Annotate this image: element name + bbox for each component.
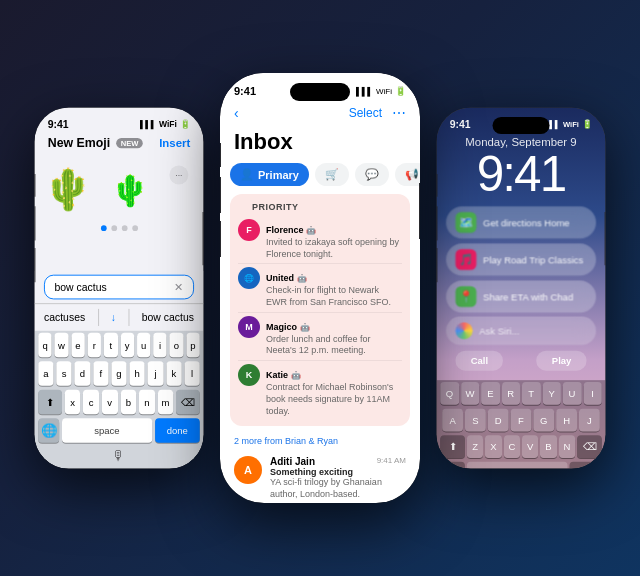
lock-key-space[interactable]: space: [467, 462, 568, 469]
lock-key-v[interactable]: V: [522, 435, 538, 458]
key-f[interactable]: f: [93, 361, 108, 386]
emoji-pagination-dots: [100, 225, 137, 231]
tab-social[interactable]: 💬: [355, 163, 389, 186]
key-k[interactable]: k: [166, 361, 181, 386]
lock-key-c[interactable]: C: [504, 435, 520, 458]
tab-primary-icon: 👤: [240, 168, 254, 181]
mic-icon[interactable]: 🎙: [112, 448, 125, 463]
gmail-back-button[interactable]: ‹: [234, 105, 239, 121]
lock-key-t[interactable]: T: [522, 382, 541, 405]
lock-key-g[interactable]: G: [533, 409, 554, 432]
key-j[interactable]: j: [148, 361, 163, 386]
lock-key-y[interactable]: Y: [542, 382, 561, 405]
search-clear-button[interactable]: ✕: [174, 280, 184, 293]
gmail-select-button[interactable]: Select: [349, 106, 382, 120]
key-g[interactable]: g: [111, 361, 126, 386]
key-s[interactable]: s: [57, 361, 72, 386]
lock-key-s[interactable]: S: [465, 409, 486, 432]
call-button[interactable]: Call: [455, 351, 503, 371]
emoji-header: New Emoji NEW Insert: [34, 132, 203, 156]
emoji-cactus-1[interactable]: 🌵: [42, 164, 94, 216]
key-shift[interactable]: ⬆: [38, 390, 62, 415]
priority-email-katie[interactable]: K Katie 🤖 Contract for Michael Robinson'…: [238, 361, 402, 420]
key-t[interactable]: t: [104, 333, 118, 358]
key-y[interactable]: y: [120, 333, 134, 358]
tab-primary[interactable]: 👤 Primary: [230, 163, 309, 186]
lock-key-f[interactable]: F: [511, 409, 532, 432]
key-e[interactable]: e: [71, 333, 85, 358]
key-delete[interactable]: ⌫: [176, 390, 200, 415]
key-o[interactable]: o: [170, 333, 184, 358]
key-m[interactable]: m: [158, 390, 174, 415]
magico-content: Magico 🤖 Order lunch and coffee for Neet…: [266, 316, 402, 357]
suggestion-music[interactable]: 🎵 Play Road Trip Classics: [446, 243, 596, 275]
key-l[interactable]: l: [184, 361, 199, 386]
key-q[interactable]: q: [38, 333, 52, 358]
key-a[interactable]: a: [38, 361, 53, 386]
tab-promotions[interactable]: 📢: [395, 163, 420, 186]
key-u[interactable]: u: [137, 333, 151, 358]
suggestion-directions[interactable]: 🗺️ Get directions Home: [446, 206, 596, 238]
inbox-title: Inbox: [220, 129, 420, 163]
priority-email-united[interactable]: 🌐 United 🤖 Check-in for flight to Newark…: [238, 264, 402, 312]
gmail-more-button[interactable]: ⋯: [392, 105, 406, 121]
key-i[interactable]: i: [153, 333, 167, 358]
key-h[interactable]: h: [130, 361, 145, 386]
key-b[interactable]: b: [120, 390, 136, 415]
lock-key-u[interactable]: U: [563, 382, 582, 405]
key-x[interactable]: x: [65, 390, 81, 415]
lock-key-n[interactable]: N: [559, 435, 575, 458]
lock-key-w[interactable]: W: [461, 382, 480, 405]
key-emoji[interactable]: 🌐: [38, 418, 59, 443]
key-r[interactable]: r: [88, 333, 102, 358]
aditi-time: 9:41 AM: [377, 456, 406, 467]
autocomplete-word-3[interactable]: bow cactus: [142, 312, 194, 323]
lock-key-h[interactable]: H: [556, 409, 577, 432]
key-v[interactable]: v: [102, 390, 118, 415]
florence-preview: Invited to izakaya soft opening by Flore…: [266, 237, 402, 260]
lock-key-return[interactable]: return: [569, 462, 601, 469]
email-aditi[interactable]: A Aditi Jain 9:41 AM Something exciting …: [220, 450, 420, 503]
lock-key-123[interactable]: 123: [440, 462, 465, 469]
lock-key-e[interactable]: E: [481, 382, 500, 405]
lock-key-b[interactable]: B: [540, 435, 556, 458]
autocomplete-word-1[interactable]: cactuses: [44, 312, 85, 323]
lock-key-r[interactable]: R: [502, 382, 521, 405]
key-c[interactable]: c: [83, 390, 99, 415]
lock-key-d[interactable]: D: [488, 409, 509, 432]
key-d[interactable]: d: [75, 361, 90, 386]
play-button[interactable]: Play: [537, 351, 587, 371]
dot-4: [132, 225, 138, 231]
priority-email-magico[interactable]: M Magico 🤖 Order lunch and coffee for Ne…: [238, 313, 402, 361]
lock-key-x[interactable]: X: [485, 435, 501, 458]
keyboard-row-1: q w e r t y u i o p: [34, 331, 203, 360]
status-time-right: 9:41: [450, 119, 471, 130]
key-n[interactable]: n: [139, 390, 155, 415]
phone-right: 9:41 ▌▌▌ WiFi 🔋 Monday, September 9 9:41…: [436, 108, 605, 469]
siri-pill[interactable]: Ask Siri...: [446, 317, 596, 346]
lock-key-delete[interactable]: ⌫: [577, 435, 602, 458]
search-input-box[interactable]: bow cactus ✕: [44, 275, 194, 300]
lock-key-a[interactable]: A: [442, 409, 463, 432]
emoji-row-container: 🌵 🌵 ···: [42, 164, 196, 222]
aditi-sender: Aditi Jain: [270, 456, 315, 467]
key-w[interactable]: w: [55, 333, 69, 358]
autocomplete-word-2[interactable]: ↓: [111, 312, 116, 323]
priority-email-florence[interactable]: F Florence 🤖 Invited to izakaya soft ope…: [238, 216, 402, 264]
key-done[interactable]: done: [155, 418, 200, 443]
insert-button[interactable]: Insert: [159, 136, 190, 149]
lock-key-z[interactable]: Z: [467, 435, 483, 458]
emoji-cactus-2[interactable]: 🌵: [104, 164, 156, 216]
lock-key-j[interactable]: J: [579, 409, 600, 432]
katie-content: Katie 🤖 Contract for Michael Robinson's …: [266, 364, 402, 417]
key-p[interactable]: p: [186, 333, 200, 358]
lock-key-i[interactable]: I: [583, 382, 602, 405]
tab-shopping[interactable]: 🛒: [315, 163, 349, 186]
emoji-more-button[interactable]: ···: [169, 165, 188, 184]
lock-key-shift[interactable]: ⬆: [440, 435, 465, 458]
key-space[interactable]: space: [62, 418, 152, 443]
suggestion-eta[interactable]: 📍 Share ETA with Chad: [446, 280, 596, 312]
lock-key-q[interactable]: Q: [440, 382, 459, 405]
mic-row: 🎙: [34, 445, 203, 469]
more-from-link[interactable]: 2 more from Brian & Ryan: [220, 432, 420, 450]
